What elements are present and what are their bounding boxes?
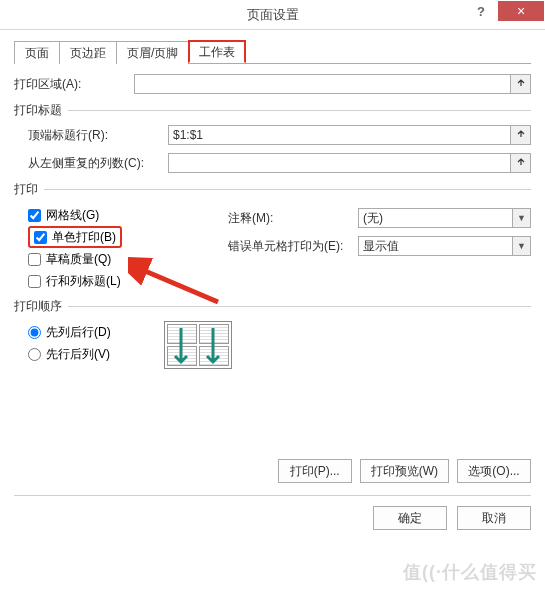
print-titles-group: 打印标题 顶端标题行(R): 从左侧重复的列数(C): — [14, 102, 531, 173]
over-down-radio[interactable] — [28, 348, 41, 361]
divider — [68, 306, 531, 307]
top-row-label: 顶端标题行(R): — [28, 127, 168, 144]
system-buttons: ? × — [464, 0, 545, 29]
chevron-down-icon: ▼ — [512, 237, 530, 255]
print-area-label: 打印区域(A): — [14, 76, 134, 93]
comments-value: (无) — [363, 210, 383, 227]
comments-label: 注释(M): — [228, 210, 358, 227]
cell-errors-label: 错误单元格打印为(E): — [228, 238, 358, 255]
action-buttons: 打印(P)... 打印预览(W) 选项(O)... — [14, 459, 531, 483]
gridlines-label: 网格线(G) — [46, 207, 99, 224]
print-area-range-button[interactable] — [511, 74, 531, 94]
cell-errors-combo[interactable]: 显示值 ▼ — [358, 236, 531, 256]
chevron-down-icon: ▼ — [512, 209, 530, 227]
ok-button[interactable]: 确定 — [373, 506, 447, 530]
footer-buttons: 确定 取消 — [14, 495, 531, 530]
help-button[interactable]: ? — [464, 0, 498, 22]
print-preview-button[interactable]: 打印预览(W) — [360, 459, 449, 483]
left-col-range-button[interactable] — [511, 153, 531, 173]
top-row-input[interactable] — [168, 125, 511, 145]
print-group: 打印 网格线(G) 单色打印(B) 草稿质量(Q) — [14, 181, 531, 292]
down-over-label: 先列后行(D) — [46, 324, 111, 341]
down-over-radio[interactable] — [28, 326, 41, 339]
draft-label: 草稿质量(Q) — [46, 251, 111, 268]
row-col-headings-label: 行和列标题(L) — [46, 273, 121, 290]
options-button[interactable]: 选项(O)... — [457, 459, 531, 483]
page-order-preview — [164, 321, 232, 369]
print-button[interactable]: 打印(P)... — [278, 459, 352, 483]
draft-checkbox[interactable] — [28, 253, 41, 266]
print-area-input[interactable] — [134, 74, 511, 94]
comments-combo[interactable]: (无) ▼ — [358, 208, 531, 228]
over-down-label: 先行后列(V) — [46, 346, 110, 363]
black-white-label: 单色打印(B) — [52, 229, 116, 246]
black-white-checkbox[interactable] — [34, 231, 47, 244]
gridlines-checkbox[interactable] — [28, 209, 41, 222]
top-row-range-button[interactable] — [511, 125, 531, 145]
divider — [44, 189, 531, 190]
cell-errors-value: 显示值 — [363, 238, 399, 255]
tab-header-footer[interactable]: 页眉/页脚 — [116, 41, 189, 64]
print-titles-label: 打印标题 — [14, 102, 62, 119]
close-button[interactable]: × — [498, 1, 544, 21]
tab-bar: 页面 页边距 页眉/页脚 工作表 — [14, 40, 531, 64]
cancel-button[interactable]: 取消 — [457, 506, 531, 530]
left-col-input[interactable] — [168, 153, 511, 173]
page-order-group: 打印顺序 先列后行(D) 先行后列(V) — [14, 298, 531, 369]
watermark: 值((·什么值得买 — [403, 560, 537, 584]
left-col-label: 从左侧重复的列数(C): — [28, 155, 168, 172]
page-order-label: 打印顺序 — [14, 298, 62, 315]
dialog-body: 页面 页边距 页眉/页脚 工作表 打印区域(A): 打印标题 顶端标题行(R):… — [0, 30, 545, 542]
tab-margins[interactable]: 页边距 — [59, 41, 117, 64]
row-col-headings-checkbox[interactable] — [28, 275, 41, 288]
tab-sheet[interactable]: 工作表 — [188, 40, 246, 63]
black-white-highlight: 单色打印(B) — [28, 226, 122, 248]
divider — [68, 110, 531, 111]
print-group-label: 打印 — [14, 181, 38, 198]
titlebar: 页面设置 ? × — [0, 0, 545, 30]
order-arrow-icon — [165, 322, 233, 370]
tab-page[interactable]: 页面 — [14, 41, 60, 64]
print-area-row: 打印区域(A): — [14, 74, 531, 94]
